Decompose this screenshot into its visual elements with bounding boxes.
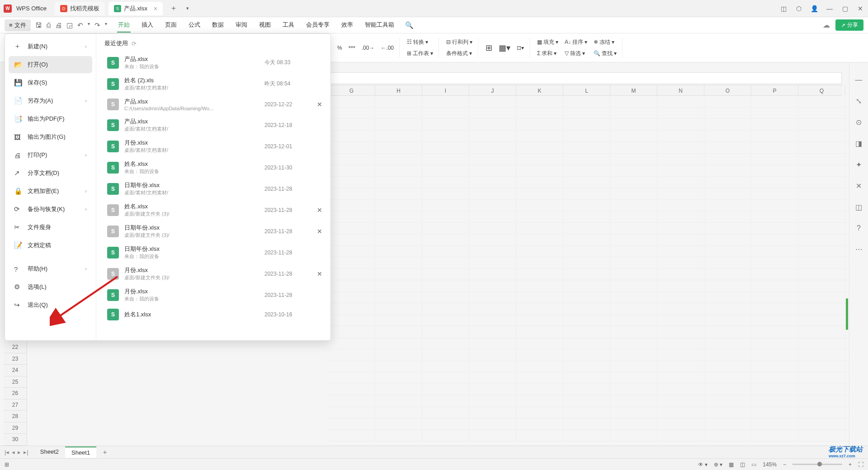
cell[interactable]	[328, 108, 375, 119]
row-header[interactable]: 28	[4, 411, 27, 423]
cell[interactable]	[469, 395, 516, 407]
cell[interactable]	[422, 315, 469, 327]
format-icon[interactable]: ⊡▾	[515, 44, 526, 52]
file-menu-item[interactable]: 📝文档定稿	[9, 237, 92, 254]
cell[interactable]	[563, 223, 610, 235]
cell[interactable]	[751, 407, 798, 419]
menu-tab-会员专享[interactable]: 会员专享	[305, 18, 330, 33]
cell[interactable]	[563, 338, 610, 350]
cell[interactable]	[751, 200, 798, 212]
cell[interactable]	[422, 234, 469, 246]
status-icon[interactable]: ⊞	[5, 461, 9, 468]
cell[interactable]	[610, 338, 657, 350]
cell[interactable]	[422, 200, 469, 212]
find-button[interactable]: 🔍 查找 ▾	[592, 49, 618, 58]
cell[interactable]	[657, 131, 704, 142]
cell[interactable]	[610, 188, 657, 200]
cell[interactable]	[516, 223, 563, 235]
menu-tab-视图[interactable]: 视图	[258, 18, 272, 33]
cell[interactable]	[798, 407, 845, 419]
cell[interactable]	[704, 418, 751, 430]
cell[interactable]	[516, 407, 563, 419]
cell[interactable]	[328, 142, 375, 154]
cell[interactable]	[328, 96, 375, 108]
cell[interactable]	[798, 257, 845, 269]
sort-button[interactable]: A↓ 排序 ▾	[563, 38, 589, 47]
cell[interactable]	[751, 165, 798, 177]
cell[interactable]	[751, 119, 798, 131]
file-menu-item[interactable]: ⚙选项(L)	[9, 278, 92, 296]
cell[interactable]	[469, 292, 516, 304]
sheet-last-icon[interactable]: ▸|	[24, 449, 28, 456]
cell[interactable]	[516, 177, 563, 188]
cell[interactable]	[610, 326, 657, 338]
cell[interactable]	[328, 280, 375, 292]
cell[interactable]	[375, 349, 422, 361]
cell[interactable]	[751, 96, 798, 108]
search-icon[interactable]: 🔍	[405, 21, 414, 29]
cell[interactable]	[657, 269, 704, 281]
fullscreen-icon[interactable]: ⛶	[858, 461, 863, 468]
sum-button[interactable]: Σ 求和 ▾	[535, 49, 560, 58]
cell[interactable]	[328, 349, 375, 361]
cell[interactable]	[469, 326, 516, 338]
tab-document[interactable]: S 产品.xlsx ×	[108, 2, 163, 15]
cell[interactable]	[563, 349, 610, 361]
cell[interactable]	[751, 338, 798, 350]
cell[interactable]	[704, 177, 751, 188]
cube-icon[interactable]: ⬡	[795, 5, 803, 12]
cell[interactable]	[704, 165, 751, 177]
cell[interactable]	[563, 430, 610, 442]
grid-icon[interactable]: ⊕ ▾	[714, 461, 722, 468]
undo-icon[interactable]: ↶	[77, 21, 83, 29]
cell[interactable]	[469, 361, 516, 373]
cell[interactable]	[563, 188, 610, 200]
cell[interactable]	[328, 257, 375, 269]
cell[interactable]	[516, 131, 563, 142]
menu-tab-审阅[interactable]: 审阅	[235, 18, 248, 33]
scrollbar-thumb[interactable]	[846, 298, 848, 330]
cell[interactable]	[798, 349, 845, 361]
cell[interactable]	[610, 211, 657, 223]
cell[interactable]	[469, 211, 516, 223]
cell[interactable]	[798, 234, 845, 246]
cloud-icon[interactable]: ☁	[823, 21, 830, 29]
cell[interactable]	[328, 303, 375, 315]
cell[interactable]	[657, 188, 704, 200]
recent-file-item[interactable]: S 产品.xlsx C:/Users/admin/AppData/Roaming…	[104, 94, 327, 114]
column-header[interactable]: L	[563, 85, 610, 95]
row-header[interactable]: 26	[4, 388, 27, 400]
file-menu-item[interactable]: ⟳备份与恢复(K)›	[9, 201, 92, 218]
cell[interactable]	[422, 372, 469, 384]
cell[interactable]	[516, 211, 563, 223]
cell[interactable]	[516, 257, 563, 269]
cell[interactable]	[610, 430, 657, 442]
cell[interactable]	[375, 211, 422, 223]
cell[interactable]	[422, 131, 469, 142]
cell[interactable]	[469, 384, 516, 396]
cell[interactable]	[751, 257, 798, 269]
cell[interactable]	[328, 165, 375, 177]
cell[interactable]	[798, 303, 845, 315]
cell[interactable]	[563, 200, 610, 212]
cell[interactable]	[469, 142, 516, 154]
cell[interactable]	[610, 303, 657, 315]
cell[interactable]	[422, 119, 469, 131]
cell[interactable]	[657, 177, 704, 188]
cell[interactable]	[704, 223, 751, 235]
cell[interactable]	[328, 154, 375, 165]
print-icon[interactable]: 🖨	[55, 21, 62, 29]
cell[interactable]	[422, 395, 469, 407]
cell[interactable]	[798, 395, 845, 407]
cell[interactable]	[469, 430, 516, 442]
cell[interactable]	[657, 200, 704, 212]
cell[interactable]	[704, 119, 751, 131]
cell[interactable]	[751, 177, 798, 188]
filter-button[interactable]: ▽ 筛选 ▾	[563, 49, 589, 58]
row-header[interactable]: 29	[4, 423, 27, 434]
file-menu-item[interactable]: ?帮助(H)›	[9, 260, 92, 277]
cell[interactable]	[751, 430, 798, 442]
cell[interactable]	[704, 407, 751, 419]
cell[interactable]	[422, 165, 469, 177]
cell[interactable]	[657, 234, 704, 246]
